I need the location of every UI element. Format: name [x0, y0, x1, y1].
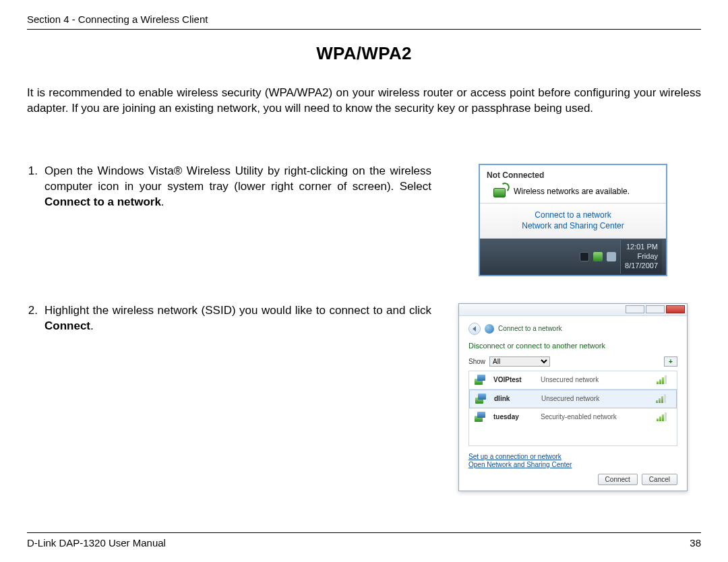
window-title: Connect to a network — [498, 325, 562, 332]
step-2: 2. Highlight the wireless network (SSID)… — [27, 303, 431, 491]
network-name: VOIPtest — [493, 376, 534, 383]
intro-paragraph: It is recommended to enable wireless sec… — [27, 86, 701, 117]
maximize-button[interactable] — [646, 305, 665, 313]
tray-clock: 12:01 PM Friday 8/17/2007 — [620, 240, 662, 273]
network-icon — [473, 412, 487, 423]
refresh-button[interactable]: + — [664, 356, 677, 367]
step-2-bold: Connect — [44, 319, 90, 332]
back-button[interactable] — [468, 323, 481, 335]
section-header: Section 4 - Connecting a Wireless Client — [27, 13, 701, 30]
page-title: WPA/WPA2 — [27, 43, 701, 64]
connect-button[interactable]: Connect — [598, 474, 638, 485]
step-1: 1. Open the Windows Vista® Wireless Util… — [27, 164, 431, 276]
step-1-number: 1. — [27, 164, 44, 276]
network-row[interactable]: tuesday Security-enabled network — [469, 408, 677, 426]
step-2-post: . — [90, 319, 94, 332]
close-button[interactable] — [666, 305, 685, 313]
network-name: dlink — [494, 395, 535, 402]
footer-manual: D-Link DAP-1320 User Manual — [27, 537, 166, 549]
setup-connection-link[interactable]: Set up a connection or network — [468, 453, 677, 460]
tray-date: 8/17/2007 — [625, 261, 658, 271]
wireless-icon — [489, 184, 508, 199]
tray-network-icon[interactable] — [593, 252, 603, 261]
window-titlebar — [459, 304, 687, 316]
minimize-button[interactable] — [626, 305, 644, 313]
signal-icon — [657, 412, 673, 421]
tray-misc-icon — [607, 252, 616, 261]
tray-plug-icon — [580, 252, 589, 261]
network-security: Security-enabled network — [541, 413, 650, 420]
connect-window-figure: Connect to a network Disconnect or conne… — [458, 303, 688, 491]
tray-sharing-link[interactable]: Network and Sharing Center — [480, 221, 666, 230]
window-subtitle: Disconnect or connect to another network — [468, 342, 677, 350]
step-2-number: 2. — [27, 303, 44, 491]
signal-icon — [656, 394, 672, 403]
cancel-button[interactable]: Cancel — [642, 474, 677, 485]
step-1-post: . — [161, 195, 164, 208]
signal-icon — [657, 375, 673, 384]
globe-icon — [485, 324, 494, 334]
step-1-text: Open the Windows Vista® Wireless Utility… — [44, 164, 431, 276]
show-dropdown[interactable]: All — [489, 356, 550, 367]
step-1-bold: Connect to a network — [44, 195, 161, 208]
tray-connect-link[interactable]: Connect to a network — [480, 210, 666, 220]
network-row[interactable]: dlink Unsecured network — [469, 389, 677, 408]
tray-day: Friday — [625, 252, 658, 261]
network-icon — [474, 394, 487, 404]
network-icon — [473, 375, 487, 385]
network-row[interactable]: VOIPtest Unsecured network — [469, 371, 677, 389]
open-sharing-link[interactable]: Open Network and Sharing Center — [468, 461, 677, 468]
step-2-text: Highlight the wireless network (SSID) yo… — [44, 303, 431, 491]
network-name: tuesday — [493, 413, 534, 420]
network-list: VOIPtest Unsecured network dlink Unsecur… — [468, 371, 677, 446]
step-1-pre: Open the Windows Vista® Wireless Utility… — [44, 164, 431, 193]
network-security: Unsecured network — [541, 376, 650, 383]
footer-page-number: 38 — [690, 537, 701, 549]
show-label: Show — [468, 358, 485, 365]
tray-message: Wireless networks are available. — [514, 187, 630, 196]
tray-time: 12:01 PM — [625, 243, 658, 252]
tray-status: Not Connected — [487, 170, 659, 180]
step-2-pre: Highlight the wireless network (SSID) yo… — [44, 304, 431, 317]
network-security: Unsecured network — [541, 395, 649, 402]
tray-popup-figure: Not Connected Wireless networks are avai… — [479, 164, 667, 276]
